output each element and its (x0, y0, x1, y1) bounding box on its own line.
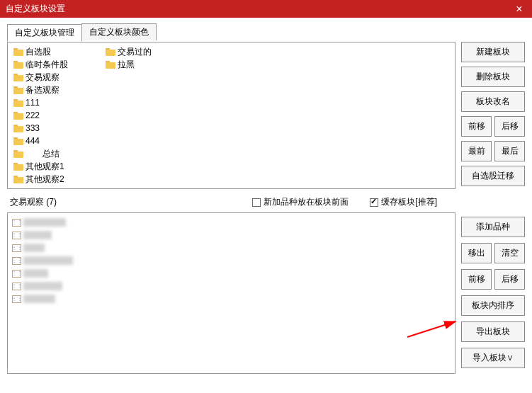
folder-item[interactable]: 444 (12, 135, 104, 147)
lower-area: ⋮⋮⋮⋮⋮⋮⋮⋮⋮⋮⋮⋮⋮⋮ 添加品种 移出 清空 前移 后移 板块内排序 导出… (7, 212, 525, 374)
checkbox-icon (252, 198, 261, 207)
folder-item[interactable]: 111 (12, 96, 104, 109)
move-first-button[interactable]: 最前 (461, 141, 492, 161)
close-icon[interactable]: × (512, 3, 526, 16)
folder-icon (13, 99, 23, 107)
list-item[interactable]: ⋮⋮ (12, 241, 451, 254)
item-label (23, 282, 62, 290)
list-item[interactable]: ⋮⋮ (12, 229, 451, 241)
list-item[interactable]: ⋮⋮ (12, 216, 451, 229)
folder-item[interactable]: 拉黑 (104, 58, 196, 71)
titlebar: 自定义板块设置 × (0, 0, 532, 18)
item-icon: ⋮⋮ (12, 232, 21, 239)
list-item[interactable]: ⋮⋮ (12, 267, 451, 280)
folder-label: 333 (26, 123, 40, 133)
move-out-button[interactable]: 移出 (461, 243, 492, 263)
item-label (23, 218, 66, 227)
checkbox-cache[interactable]: 缓存板块[推荐] (370, 196, 437, 208)
item-backward-button[interactable]: 后移 (494, 269, 525, 290)
item-label (23, 295, 55, 303)
folder-icon (13, 74, 23, 81)
tab-strip: 自定义板块管理 自定义板块颜色 (7, 23, 525, 40)
folder-icon (13, 48, 23, 56)
new-block-button[interactable]: 新建板块 (461, 42, 525, 62)
list-item[interactable]: ⋮⋮ (12, 254, 451, 267)
folder-item[interactable]: 其他观察2 (12, 173, 104, 186)
delete-block-button[interactable]: 删除板块 (461, 67, 525, 87)
migrate-button[interactable]: 自选股迁移 (461, 166, 525, 186)
folder-label: 其他观察1 (26, 161, 64, 173)
move-last-button[interactable]: 最后 (494, 141, 525, 161)
checkbox-label-text: 缓存板块[推荐] (381, 196, 437, 208)
folder-icon (106, 48, 115, 56)
folder-label: 交易观察 (26, 72, 60, 84)
folder-label: 交易过的 (118, 46, 152, 58)
folder-item[interactable]: 222 (12, 109, 104, 122)
item-forward-button[interactable]: 前移 (461, 269, 492, 290)
mid-row: 交易观察 (7) 新加品种放在板块前面 缓存板块[推荐] (7, 195, 525, 210)
folder-item[interactable]: 总结 (12, 147, 104, 160)
item-icon: ⋮⋮ (12, 295, 21, 303)
export-block-button[interactable]: 导出板块 (461, 321, 525, 342)
tab-custom-color[interactable]: 自定义板块颜色 (81, 23, 157, 40)
list-item[interactable]: ⋮⋮ (12, 292, 451, 305)
folder-label: 111 (26, 98, 40, 108)
upper-button-column: 新建板块 删除板块 板块改名 前移 后移 最前 最后 自选股迁移 (461, 42, 525, 189)
list-item[interactable]: ⋮⋮ (12, 280, 451, 292)
folder-item[interactable]: 临时条件股 (12, 58, 104, 71)
folder-label: 拉黑 (118, 59, 135, 71)
folder-list[interactable]: 自选股临时条件股交易观察备选观察111222333444 总结其他观察1其他观察… (7, 42, 455, 189)
folder-item[interactable]: 其他观察1 (12, 160, 104, 173)
clear-button[interactable]: 清空 (494, 243, 525, 263)
sort-in-block-button[interactable]: 板块内排序 (461, 295, 525, 316)
item-list[interactable]: ⋮⋮⋮⋮⋮⋮⋮⋮⋮⋮⋮⋮⋮⋮ (7, 212, 455, 374)
checkbox-label-text: 新加品种放在板块前面 (264, 196, 349, 208)
item-icon: ⋮⋮ (12, 257, 21, 265)
checkbox-icon (370, 198, 378, 207)
import-block-button[interactable]: 导入板块∨ (461, 348, 525, 368)
folder-label: 其他观察2 (26, 173, 64, 186)
move-backward-button[interactable]: 后移 (494, 116, 525, 137)
folder-icon (13, 163, 23, 171)
folder-item[interactable]: 备选观察 (12, 84, 104, 96)
checkbox-new-front[interactable]: 新加品种放在板块前面 (252, 196, 349, 208)
folder-label: 临时条件股 (26, 59, 68, 71)
folder-label: 自选股 (26, 46, 51, 58)
folder-icon (13, 61, 23, 69)
folder-icon (13, 137, 23, 145)
item-icon: ⋮⋮ (12, 270, 21, 278)
folder-item[interactable]: 自选股 (12, 45, 104, 58)
tab-custom-manage[interactable]: 自定义板块管理 (7, 24, 82, 42)
rename-block-button[interactable]: 板块改名 (461, 91, 525, 112)
item-label (23, 244, 45, 252)
window-title: 自定义板块设置 (6, 3, 65, 15)
add-item-button[interactable]: 添加品种 (461, 217, 525, 237)
folder-icon (13, 176, 23, 183)
item-icon: ⋮⋮ (12, 244, 21, 252)
folder-icon (106, 61, 115, 69)
folder-icon (13, 150, 23, 158)
folder-label: 备选观察 (26, 84, 60, 96)
folder-label: 总结 (26, 148, 60, 160)
item-icon: ⋮⋮ (12, 219, 21, 227)
item-label (23, 231, 52, 239)
upper-area: 自选股临时条件股交易观察备选观察111222333444 总结其他观察1其他观察… (7, 42, 525, 189)
folder-item[interactable]: 交易观察 (12, 71, 104, 84)
folder-icon (13, 125, 23, 132)
folder-label: 222 (26, 110, 40, 120)
window-body: 自定义板块管理 自定义板块颜色 自选股临时条件股交易观察备选观察11122233… (0, 18, 532, 380)
folder-item[interactable]: 交易过的 (104, 45, 196, 58)
current-block-label: 交易观察 (7) (10, 196, 57, 208)
folder-icon (13, 112, 23, 120)
lower-button-column: 添加品种 移出 清空 前移 后移 板块内排序 导出板块 导入板块∨ (461, 212, 525, 374)
move-forward-button[interactable]: 前移 (461, 116, 492, 137)
folder-item[interactable]: 333 (12, 122, 104, 135)
item-label (23, 256, 73, 265)
folder-icon (13, 86, 23, 94)
folder-label: 444 (26, 136, 40, 146)
item-label (23, 269, 48, 278)
item-icon: ⋮⋮ (12, 283, 21, 290)
